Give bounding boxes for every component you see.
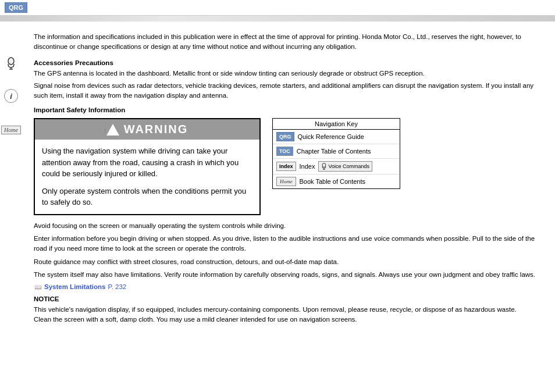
warning-header: ! WARNING [35,119,259,140]
body-para1: Avoid focusing on the screen or manually… [34,221,538,231]
nav-key-row-qrg: QRG Quick Reference Guide [273,130,400,144]
home-sidebar-icon[interactable]: Home [3,122,19,138]
notice-para1: This vehicle's navigation display, if so… [34,305,538,315]
svg-point-3 [322,163,326,168]
notice-para2: Clean the screen with a soft, damp cloth… [34,315,538,325]
body-para4: The system itself may also have limitati… [34,270,538,280]
navigation-key-box: Navigation Key QRG Quick Reference Guide… [272,118,400,189]
notice-heading: NOTICE [34,295,538,302]
warning-title: WARNING [124,123,188,136]
warning-para2: Only operate system controls when the co… [42,186,252,208]
top-bar: QRG [0,0,555,16]
info-icon-circle: i [4,89,18,103]
sidebar: i Home [0,22,22,337]
intro-text: The information and specifications inclu… [34,32,538,52]
toc-nav-badge[interactable]: TOC [276,147,293,156]
accessories-precautions-para2: Signal noise from devices such as radar … [34,81,538,101]
body-para2: Enter information before you begin drivi… [34,234,538,254]
info-sidebar-icon[interactable]: i [3,88,19,104]
index-nav-label: Index [300,163,315,170]
qrg-badge[interactable]: QRG [5,2,27,13]
content-area: The information and specifications inclu… [22,22,555,337]
index-nav-badge[interactable]: Index [276,162,296,171]
important-safety-heading: Important Safety Information [34,106,538,113]
home-nav-label: Book Table of Contents [300,178,366,185]
voice-commands-label: Voice Commands [328,163,369,169]
nav-key-row-home: Home Book Table of Contents [273,174,400,188]
system-limitations-row: 📖 System Limitations P. 232 [34,283,538,291]
warning-box: ! WARNING Using the navigation system wh… [34,118,261,215]
warning-body: Using the navigation system while drivin… [35,140,259,214]
book-icon: 📖 [34,283,42,291]
nav-key-row-toc: TOC Chapter Table of Contents [273,144,400,159]
nav-key-row-index: Index Index Voice Commands [273,159,400,174]
accessories-precautions-para1: The GPS antenna is located in the dashbo… [34,69,538,79]
toc-nav-label: Chapter Table of Contents [297,148,371,155]
voice-commands-badge[interactable]: Voice Commands [318,161,372,172]
warning-para1: Using the navigation system while drivin… [42,145,252,180]
accessories-precautions-heading: Accessories Precautions [34,59,538,66]
qrg-nav-badge[interactable]: QRG [276,132,294,141]
home-nav-badge[interactable]: Home [276,177,296,186]
system-limitations-page-ref: P. 232 [108,283,126,290]
main-layout: i Home The information and specification… [0,22,555,337]
svg-point-0 [8,58,14,65]
scrollbar[interactable] [0,16,555,22]
qrg-nav-label: Quick Reference Guide [298,133,364,140]
home-icon-label: Home [1,126,21,134]
warning-navkey-row: ! WARNING Using the navigation system wh… [34,118,538,215]
nav-key-title: Navigation Key [273,119,400,130]
voice-commands-sidebar-icon[interactable] [4,56,18,70]
system-limitations-link[interactable]: System Limitations [44,283,105,290]
body-para3: Route guidance may conflict with street … [34,257,538,267]
